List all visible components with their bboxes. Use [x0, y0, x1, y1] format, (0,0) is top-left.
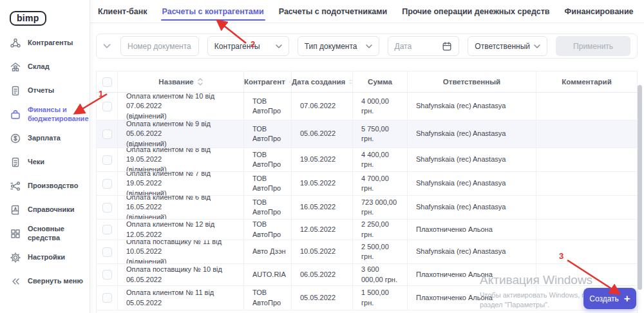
cell-amount: 4 400,00 грн. — [353, 148, 408, 171]
select-all-checkbox[interactable] — [102, 77, 112, 87]
cell-date: 05.05.2022 — [292, 286, 353, 310]
cell-comment — [536, 148, 637, 171]
sidebar-item[interactable]: Отчеты — [0, 79, 90, 102]
document-name: Оплата клиентом № 7 від 19.05.2022 — [126, 172, 238, 189]
sidebar-item[interactable]: Зарплата — [0, 126, 90, 150]
sidebar-item[interactable]: Производство — [0, 174, 90, 198]
cell-amount: 1 500,00 грн. — [353, 286, 408, 310]
table-column-header[interactable]: Контрагент — [244, 71, 292, 92]
sidebar-item[interactable]: Настройки — [0, 245, 90, 269]
document-name: Оплата клиентом № 12 від 12.05.2022 — [126, 220, 238, 240]
top-tab[interactable]: Финансирование — [564, 0, 635, 23]
plus-icon: + — [624, 293, 630, 304]
cell-amount: 3 600 000,00 грн. — [353, 264, 408, 285]
document-type-dropdown-label: Тип документа — [305, 42, 357, 51]
top-tab[interactable]: Расчеты с подотчетниками — [278, 0, 388, 23]
sort-icon[interactable] — [349, 78, 352, 86]
document-type-dropdown[interactable]: Тип документа — [298, 36, 379, 56]
table-row[interactable]: Оплата клиентом № 8 від 19.05.2022 (відм… — [97, 148, 637, 172]
responsible-dropdown[interactable]: Ответственный — [468, 36, 547, 56]
table-row[interactable]: Оплата клиентом № 11 від 05.05.2022 ТОВ … — [97, 286, 637, 310]
table-column-header[interactable]: Ответственный — [408, 71, 536, 92]
table-column-header[interactable]: Комментарий — [536, 71, 637, 92]
sort-icon[interactable] — [289, 78, 291, 86]
row-checkbox[interactable] — [102, 155, 112, 165]
column-label: Название — [158, 78, 193, 86]
table-row[interactable]: Оплата клиентом № 9 від 05.06.2022 (відм… — [97, 120, 637, 148]
sidebar-item[interactable]: Справочники — [0, 198, 90, 222]
chevron-down-icon — [534, 44, 540, 48]
sidebar-item[interactable]: Чеки — [0, 150, 90, 174]
sort-icon[interactable] — [198, 78, 203, 86]
top-tab[interactable]: Расчеты с контрагентами — [161, 0, 265, 23]
sidebar-item[interactable]: Основные средства — [0, 222, 90, 245]
sidebar-item[interactable]: Свернуть меню — [0, 269, 90, 293]
row-checkbox-cell — [97, 172, 118, 195]
sidebar-item-icon — [10, 180, 21, 192]
table-row[interactable]: Оплата поставщику № 10 від 06.05.2022 AU… — [97, 264, 637, 286]
cell-name: Оплата поставщику № 11 від 10.05.2022 (в… — [118, 240, 244, 263]
cell-name: Оплата клиентом № 11 від 05.05.2022 — [118, 286, 244, 310]
cell-comment — [536, 172, 637, 195]
row-checkbox[interactable] — [102, 225, 112, 234]
app-logo[interactable]: bimp — [10, 11, 46, 26]
sidebar-item-icon — [10, 133, 21, 144]
table-column-header[interactable]: Название — [118, 71, 244, 92]
sidebar-item-icon — [10, 61, 21, 73]
cell-contractor: ТОВ АвтоПро — [244, 120, 292, 147]
cell-contractor: ТОВ АвтоПро — [244, 196, 292, 219]
apply-filters-button[interactable]: Применить — [556, 36, 630, 56]
date-picker-label: Дата — [395, 42, 412, 51]
table-header-row: Название Контрагент Дата создания — [97, 71, 637, 93]
cell-amount: 4 700,00 грн. — [353, 172, 408, 195]
cell-name: Оплата клиентом № 7 від 19.05.2022 (відм… — [118, 172, 244, 195]
cell-comment — [536, 120, 637, 147]
table-row[interactable]: Оплата клиентом № 12 від 12.05.2022 ТОВ … — [97, 220, 637, 240]
contractors-dropdown[interactable]: Контрагенты — [207, 36, 289, 56]
document-number-input[interactable] — [128, 42, 192, 51]
row-checkbox[interactable] — [102, 270, 112, 280]
sidebar-item[interactable]: Контрагенты — [0, 31, 90, 55]
row-checkbox[interactable] — [102, 129, 112, 139]
calendar-icon — [442, 41, 452, 52]
document-cancelled-flag: (відмінений) — [126, 189, 238, 195]
sidebar-item-icon — [10, 156, 21, 168]
cell-responsible: Shafynskaia (rec) Anastasya — [408, 196, 536, 219]
next-row-sliver — [97, 310, 637, 313]
top-tab[interactable]: Клиент-банк — [97, 0, 149, 23]
row-checkbox-cell — [97, 220, 118, 240]
top-tab[interactable]: Прочие операции денежных средств — [401, 0, 551, 23]
table-row[interactable]: Оплата поставщику № 11 від 10.05.2022 (в… — [97, 240, 637, 264]
table-row[interactable]: Оплата клиентом № 10 від 07.06.2022 (від… — [97, 93, 637, 120]
table-column-header[interactable]: Сумма — [353, 71, 408, 92]
cell-responsible: Плахотниченко Альона — [408, 264, 536, 285]
row-checkbox[interactable] — [102, 203, 112, 213]
table-column-header[interactable]: Дата создания — [292, 71, 353, 92]
row-checkbox[interactable] — [102, 293, 112, 303]
sidebar-item[interactable]: Финансы и бюджетирование — [0, 102, 90, 126]
create-button[interactable]: Создать + — [583, 288, 636, 309]
cell-date: 12.05.2022 — [292, 220, 353, 240]
sidebar-item-icon — [10, 37, 21, 49]
row-checkbox[interactable] — [102, 247, 112, 257]
row-checkbox-cell — [97, 240, 118, 263]
sidebar-item[interactable]: Склад — [0, 55, 90, 79]
filter-collapse-icon[interactable] — [103, 44, 111, 48]
row-checkbox[interactable] — [102, 102, 112, 111]
row-checkbox-cell — [97, 120, 118, 147]
date-picker[interactable]: Дата — [388, 36, 460, 56]
table-row[interactable]: Оплата клиентом № 6 від 16.05.2022 (відм… — [97, 196, 637, 220]
document-cancelled-flag: (відмінений) — [126, 165, 238, 171]
sidebar-item-label: Справочники — [28, 205, 83, 214]
sidebar-item-label: Производство — [28, 182, 83, 191]
cell-amount: 4 000,00 грн. — [353, 93, 408, 120]
scrollbar-thumb[interactable] — [638, 85, 642, 290]
top-tabs-bar: Клиент-банк Расчеты с контрагентами Расч… — [90, 0, 644, 23]
contractors-dropdown-label: Контрагенты — [214, 42, 260, 51]
row-checkbox[interactable] — [102, 179, 112, 189]
table-row[interactable]: Оплата клиентом № 7 від 19.05.2022 (відм… — [97, 172, 637, 196]
cell-amount: 2 500,00 грн. — [353, 240, 408, 263]
cell-amount: 5 750,00 грн. — [353, 120, 408, 147]
cell-date: 19.05.2022 — [292, 172, 353, 195]
sidebar-item-icon — [10, 228, 21, 240]
